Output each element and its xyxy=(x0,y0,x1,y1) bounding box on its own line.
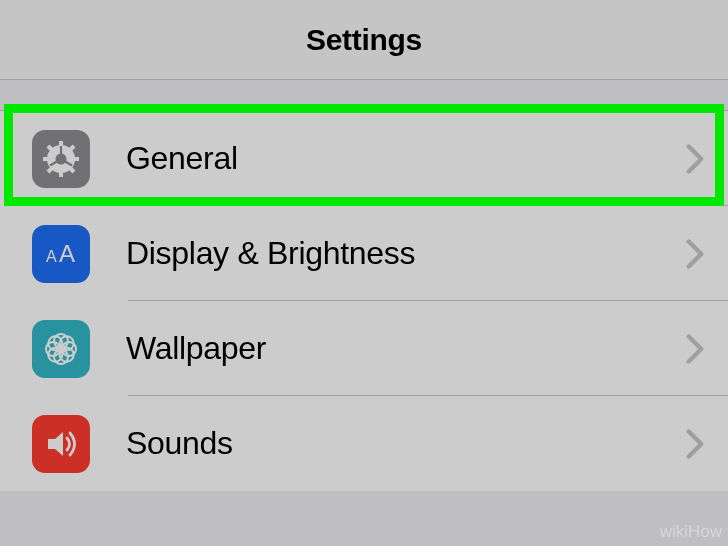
row-label: Display & Brightness xyxy=(126,235,686,272)
svg-text:A: A xyxy=(46,248,57,265)
chevron-right-icon xyxy=(686,144,704,174)
section-spacer xyxy=(0,80,728,110)
wallpaper-icon xyxy=(32,320,90,378)
chevron-right-icon xyxy=(686,239,704,269)
svg-text:A: A xyxy=(59,240,75,267)
gear-icon xyxy=(32,130,90,188)
row-label: General xyxy=(126,140,686,177)
settings-row-sounds[interactable]: Sounds xyxy=(0,396,728,491)
header: Settings xyxy=(0,0,728,80)
sounds-icon xyxy=(32,415,90,473)
row-label: Wallpaper xyxy=(126,330,686,367)
settings-row-general[interactable]: General xyxy=(0,111,728,206)
row-label: Sounds xyxy=(126,425,686,462)
chevron-right-icon xyxy=(686,334,704,364)
settings-list: General A A Display & Brightness xyxy=(0,110,728,491)
svg-line-6 xyxy=(70,167,75,172)
chevron-right-icon xyxy=(686,429,704,459)
settings-row-wallpaper[interactable]: Wallpaper xyxy=(0,301,728,396)
svg-line-7 xyxy=(48,167,53,172)
svg-line-5 xyxy=(48,146,53,151)
settings-row-display-brightness[interactable]: A A Display & Brightness xyxy=(0,206,728,301)
watermark: wikiHow xyxy=(660,522,722,542)
page-title: Settings xyxy=(306,23,422,57)
svg-line-8 xyxy=(70,146,75,151)
svg-point-23 xyxy=(58,345,65,352)
display-icon: A A xyxy=(32,225,90,283)
